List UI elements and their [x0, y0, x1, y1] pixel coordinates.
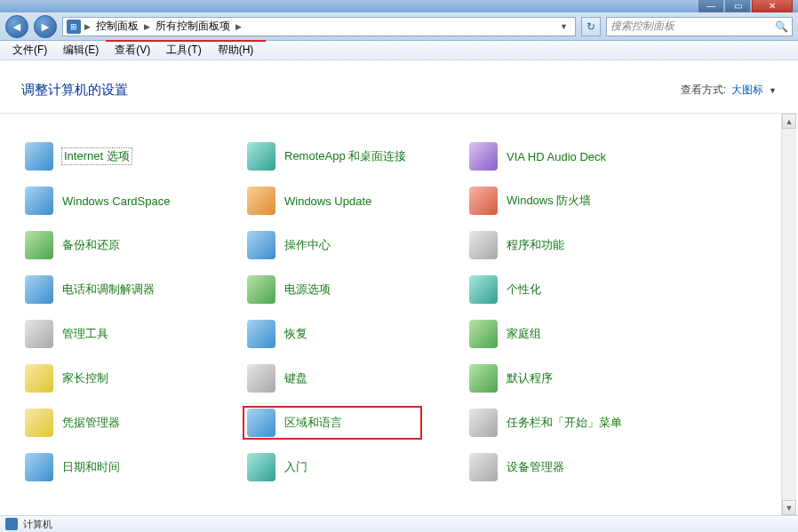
statusbar: 计算机 [0, 515, 798, 532]
remoteapp-icon [247, 142, 275, 171]
device-manager-icon [469, 453, 498, 481]
status-text: 计算机 [23, 518, 52, 531]
via-audio-icon [469, 142, 498, 171]
personalization-icon [469, 275, 498, 304]
scrollbar[interactable]: ▲ ▼ [781, 114, 796, 515]
cp-item-via-audio[interactable]: VIA HD Audio Deck [466, 140, 688, 172]
forward-button[interactable]: ► [34, 15, 57, 38]
menu-edit[interactable]: 编辑(E) [56, 41, 106, 60]
cp-item-region-language[interactable]: 区域和语言 [243, 407, 421, 439]
cp-item-label: 家庭组 [507, 326, 541, 342]
minimize-button[interactable]: — [698, 0, 723, 12]
cp-item-label: 电话和调制解调器 [62, 282, 155, 298]
cp-item-power[interactable]: 电源选项 [243, 274, 466, 306]
credentials-icon [25, 409, 53, 437]
cp-item-recovery[interactable]: 恢复 [243, 318, 466, 350]
default-programs-icon [469, 364, 498, 393]
scroll-down-button[interactable]: ▼ [782, 500, 796, 515]
cp-item-phone-modem[interactable]: 电话和调制解调器 [21, 274, 243, 306]
breadcrumb-all-items[interactable]: 所有控制面板项 [154, 19, 232, 34]
view-header: 调整计算机的设置 查看方式: 大图标 ▼ [0, 60, 798, 114]
cp-item-label: Windows Update [284, 195, 371, 208]
cp-item-personalization[interactable]: 个性化 [466, 274, 688, 306]
navbar: ◄ ► ⊞ ▶ 控制面板 ▶ 所有控制面板项 ▶ ▼ ↻ 搜索控制面板 🔍 [0, 12, 798, 41]
search-placeholder: 搜索控制面板 [610, 19, 674, 34]
viewby-label: 查看方式: [681, 83, 726, 98]
cp-item-label: 任务栏和「开始」菜单 [507, 415, 622, 431]
homegroup-icon [469, 320, 498, 348]
cp-item-label: 键盘 [284, 370, 307, 386]
viewby-value[interactable]: 大图标 [731, 83, 763, 98]
search-input[interactable]: 搜索控制面板 🔍 [606, 17, 793, 36]
cp-item-label: 个性化 [507, 282, 541, 298]
address-bar[interactable]: ⊞ ▶ 控制面板 ▶ 所有控制面板项 ▶ ▼ [62, 17, 576, 36]
cp-item-homegroup[interactable]: 家庭组 [466, 318, 688, 350]
programs-icon [469, 231, 498, 259]
cp-item-cardspace[interactable]: Windows CardSpace [21, 185, 243, 217]
cp-item-device-manager[interactable]: 设备管理器 [466, 451, 688, 483]
chevron-down-icon[interactable]: ▼ [769, 86, 777, 95]
keyboard-icon [247, 364, 275, 393]
scroll-up-button[interactable]: ▲ [782, 114, 796, 129]
backup-icon [25, 231, 53, 259]
cp-item-parental[interactable]: 家长控制 [21, 362, 243, 394]
internet-options-icon [25, 142, 53, 171]
cp-item-label: Internet 选项 [62, 148, 132, 164]
items-grid: Internet 选项RemoteApp 和桌面连接VIA HD Audio D… [21, 140, 784, 483]
cp-item-remoteapp[interactable]: RemoteApp 和桌面连接 [243, 140, 466, 172]
cp-item-label: 入门 [284, 459, 307, 475]
cp-item-taskbar[interactable]: 任务栏和「开始」菜单 [466, 407, 688, 439]
titlebar: — ▭ ✕ [0, 0, 798, 12]
control-panel-icon: ⊞ [67, 20, 81, 34]
recovery-icon [247, 320, 275, 348]
cp-item-admin-tools[interactable]: 管理工具 [21, 318, 243, 350]
cp-item-label: 设备管理器 [507, 459, 564, 475]
breadcrumb-control-panel[interactable]: 控制面板 [94, 19, 140, 34]
cp-item-label: 操作中心 [284, 237, 331, 253]
cp-item-label: 日期和时间 [62, 459, 120, 475]
phone-modem-icon [25, 275, 53, 304]
datetime-icon [25, 453, 53, 481]
computer-icon [5, 518, 18, 530]
cp-item-label: 程序和功能 [507, 237, 564, 253]
back-button[interactable]: ◄ [5, 15, 28, 38]
cp-item-label: Windows 防火墙 [507, 193, 591, 209]
cardspace-icon [25, 187, 53, 215]
cp-item-label: 凭据管理器 [62, 415, 120, 431]
search-icon[interactable]: 🔍 [775, 20, 788, 33]
address-dropdown-icon[interactable]: ▼ [556, 22, 571, 31]
chevron-right-icon[interactable]: ▶ [84, 22, 91, 31]
cp-item-label: 默认程序 [507, 370, 553, 386]
view-by: 查看方式: 大图标 ▼ [681, 83, 777, 98]
menu-file[interactable]: 文件(F) [5, 41, 54, 60]
cp-item-credentials[interactable]: 凭据管理器 [21, 407, 243, 439]
cp-item-default-programs[interactable]: 默认程序 [466, 362, 688, 394]
cp-item-keyboard[interactable]: 键盘 [243, 362, 466, 394]
cp-item-label: 家长控制 [62, 370, 108, 386]
cp-item-windows-update[interactable]: Windows Update [243, 185, 466, 217]
menu-tools[interactable]: 工具(T) [159, 41, 208, 60]
window-buttons: — ▭ ✕ [698, 0, 793, 12]
cp-item-datetime[interactable]: 日期和时间 [21, 451, 243, 483]
cp-item-backup[interactable]: 备份和还原 [21, 229, 243, 261]
refresh-button[interactable]: ↻ [581, 17, 601, 36]
chevron-right-icon[interactable]: ▶ [235, 22, 242, 31]
chevron-right-icon[interactable]: ▶ [144, 22, 150, 31]
cp-item-firewall[interactable]: Windows 防火墙 [466, 185, 688, 217]
annotation-underline [106, 40, 266, 42]
cp-item-label: 管理工具 [62, 326, 108, 342]
parental-icon [25, 364, 53, 393]
menubar: 文件(F) 编辑(E) 查看(V) 工具(T) 帮助(H) [0, 41, 798, 60]
cp-item-programs[interactable]: 程序和功能 [466, 229, 688, 261]
menu-help[interactable]: 帮助(H) [211, 41, 261, 60]
cp-item-label: 备份和还原 [62, 237, 120, 253]
menu-view[interactable]: 查看(V) [108, 41, 157, 60]
maximize-button[interactable]: ▭ [725, 0, 750, 12]
firewall-icon [469, 187, 498, 215]
region-language-icon [247, 409, 275, 437]
cp-item-internet-options[interactable]: Internet 选项 [21, 140, 243, 172]
action-center-icon [247, 231, 275, 259]
cp-item-action-center[interactable]: 操作中心 [243, 229, 466, 261]
cp-item-getting-started[interactable]: 入门 [243, 451, 466, 483]
close-button[interactable]: ✕ [752, 0, 793, 12]
